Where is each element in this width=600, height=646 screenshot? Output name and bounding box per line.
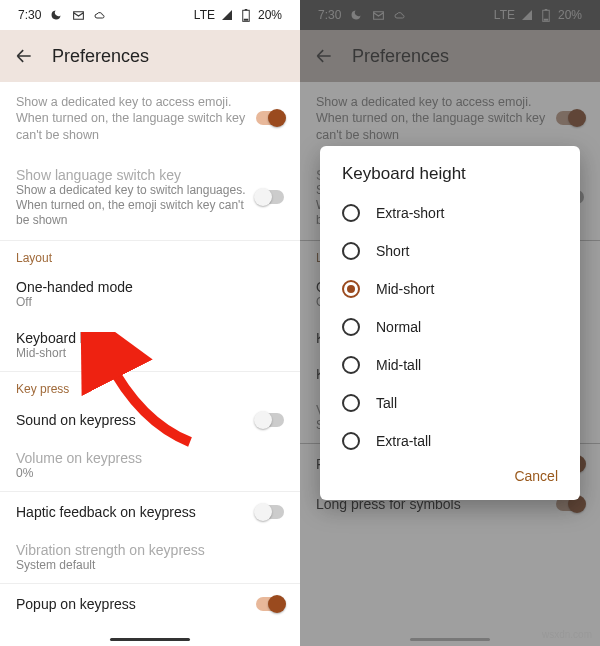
signal-icon [220, 8, 234, 22]
radio-icon[interactable] [342, 204, 360, 222]
option-normal[interactable]: Normal [326, 308, 574, 346]
header-bar: Preferences [0, 30, 300, 82]
keyboard-height-row[interactable]: Keyboard height Mid-short [0, 320, 300, 371]
option-short[interactable]: Short [326, 232, 574, 270]
mail-icon [71, 8, 85, 22]
settings-list[interactable]: Show a dedicated key to access emoji. Wh… [0, 82, 300, 632]
radio-icon[interactable] [342, 432, 360, 450]
option-extra-short[interactable]: Extra-short [326, 194, 574, 232]
popup-row[interactable]: Popup on keypress [0, 584, 300, 624]
left-screen: 7:30 LTE 20% Preferences Show a dedicate… [0, 0, 300, 646]
vibration-row: Vibration strength on keypress System de… [0, 532, 300, 583]
radio-icon[interactable] [342, 280, 360, 298]
watermark: wsxdn.com [542, 629, 592, 640]
status-time: 7:30 [18, 8, 41, 22]
option-tall[interactable]: Tall [326, 384, 574, 422]
right-screen: 7:30 LTE 20% Preferences Show a dedicate… [300, 0, 600, 646]
option-mid-short[interactable]: Mid-short [326, 270, 574, 308]
language-switch-row: Show language switch key Show a dedicate… [0, 155, 300, 240]
language-switch-toggle [256, 190, 284, 204]
back-arrow-icon[interactable] [14, 46, 34, 66]
status-bar: 7:30 LTE 20% [0, 0, 300, 30]
sound-keypress-row[interactable]: Sound on keypress [0, 400, 300, 440]
option-mid-tall[interactable]: Mid-tall [326, 346, 574, 384]
radio-icon[interactable] [342, 242, 360, 260]
dialog-title: Keyboard height [326, 164, 574, 194]
haptic-toggle[interactable] [256, 505, 284, 519]
battery-icon [239, 8, 253, 22]
section-keypress: Key press [0, 372, 300, 400]
emoji-key-row[interactable]: Show a dedicated key to access emoji. Wh… [0, 82, 300, 155]
haptic-row[interactable]: Haptic feedback on keypress [0, 492, 300, 532]
radio-icon[interactable] [342, 394, 360, 412]
cancel-button[interactable]: Cancel [514, 468, 558, 484]
longpress-row[interactable]: Long press for symbols [0, 624, 300, 632]
radio-icon[interactable] [342, 356, 360, 374]
keyboard-height-dialog: Keyboard height Extra-short Short Mid-sh… [320, 146, 580, 500]
emoji-key-toggle[interactable] [256, 111, 284, 125]
svg-rect-2 [244, 18, 249, 20]
section-layout: Layout [0, 241, 300, 269]
sound-toggle[interactable] [256, 413, 284, 427]
cloud-icon [93, 8, 107, 22]
nav-bar[interactable] [0, 632, 300, 646]
svg-rect-1 [245, 9, 248, 10]
dialog-overlay[interactable]: Keyboard height Extra-short Short Mid-sh… [300, 0, 600, 646]
option-extra-tall[interactable]: Extra-tall [326, 422, 574, 460]
battery-percent: 20% [258, 8, 282, 22]
one-handed-row[interactable]: One-handed mode Off [0, 269, 300, 320]
popup-toggle[interactable] [256, 597, 284, 611]
network-label: LTE [194, 8, 215, 22]
radio-icon[interactable] [342, 318, 360, 336]
page-title: Preferences [52, 46, 149, 67]
moon-icon [49, 8, 63, 22]
volume-keypress-row: Volume on keypress 0% [0, 440, 300, 491]
nav-handle-icon[interactable] [110, 638, 190, 641]
